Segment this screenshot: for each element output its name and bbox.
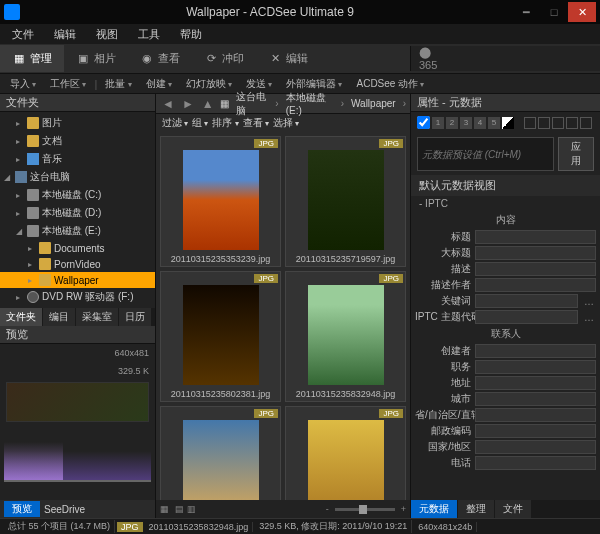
close-button[interactable]: ✕ xyxy=(568,2,596,22)
field-input[interactable] xyxy=(475,408,596,422)
thumbnail-item[interactable]: JPG20110315235802381.jpg xyxy=(160,271,281,402)
tool-acdsee-action[interactable]: ACDSee 动作 xyxy=(351,75,431,93)
right-panel-tabs: 元数据 整理 文件 xyxy=(411,500,600,518)
menu-help[interactable]: 帮助 xyxy=(172,25,210,44)
field-input[interactable] xyxy=(475,360,596,374)
tree-item[interactable]: ▸Wallpaper xyxy=(0,272,155,288)
tab-photo[interactable]: ▣相片 xyxy=(64,45,128,72)
rating-check[interactable] xyxy=(417,116,430,129)
color-label-2[interactable] xyxy=(538,117,550,129)
field-input[interactable] xyxy=(475,294,578,308)
tree-item[interactable]: ▸图片 xyxy=(0,114,155,132)
seedrive-label[interactable]: SeeDrive xyxy=(44,504,85,515)
field-input[interactable] xyxy=(475,424,596,438)
tab-365[interactable]: ⬤ 365 xyxy=(410,46,600,71)
tree-item[interactable]: ▸Documents xyxy=(0,240,155,256)
tool-external[interactable]: 外部编辑器 xyxy=(280,75,348,93)
tool-slideshow[interactable]: 幻灯放映 xyxy=(180,75,238,93)
tree-item[interactable]: ◢这台电脑 xyxy=(0,168,155,186)
metadata-preset-input[interactable] xyxy=(417,137,554,171)
tree-item[interactable]: ▸文档 xyxy=(0,132,155,150)
field-input[interactable] xyxy=(475,344,596,358)
crumb-folder[interactable]: Wallpaper xyxy=(348,98,399,109)
lefttab-collect[interactable]: 采集室 xyxy=(76,308,118,326)
filter-select[interactable]: 选择 xyxy=(273,116,299,130)
field-input[interactable] xyxy=(475,376,596,390)
rating-5[interactable]: 5 xyxy=(488,117,500,129)
crumb-drive[interactable]: 本地磁盘 (E:) xyxy=(283,91,337,116)
thumbnail-item[interactable]: JPG20110315235832948.jpg xyxy=(285,271,406,402)
thumb-filename: 20110315235802381.jpg xyxy=(169,387,273,401)
tree-item[interactable]: ▸本地磁盘 (D:) xyxy=(0,204,155,222)
tab-view[interactable]: ◉查看 xyxy=(128,45,192,72)
tree-item[interactable]: ▸本地磁盘 (C:) xyxy=(0,186,155,204)
menu-view[interactable]: 视图 xyxy=(88,25,126,44)
nav-fwd[interactable]: ► xyxy=(180,97,196,111)
field-label: 大标题 xyxy=(415,246,471,260)
filter-view[interactable]: 查看 xyxy=(243,116,269,130)
field-input[interactable] xyxy=(475,278,596,292)
tool-workspace[interactable]: 工作区 xyxy=(44,75,92,93)
field-input[interactable] xyxy=(475,310,578,324)
menu-tools[interactable]: 工具 xyxy=(130,25,168,44)
preview-button[interactable]: 预览 xyxy=(4,501,40,517)
zoom-in-icon[interactable]: + xyxy=(401,504,406,514)
filter-filter[interactable]: 过滤 xyxy=(162,116,188,130)
thumbnail-item[interactable]: JPG20110315235353239.jpg xyxy=(160,136,281,267)
thumbnail-item[interactable]: JPG20110315235719597.jpg xyxy=(285,136,406,267)
menu-file[interactable]: 文件 xyxy=(4,25,42,44)
tab-manage[interactable]: ▦管理 xyxy=(0,45,64,72)
iptc-section[interactable]: IPTC xyxy=(419,198,448,209)
apply-button[interactable]: 应用 xyxy=(558,137,594,171)
lefttab-calendar[interactable]: 日历 xyxy=(119,308,151,326)
field-input[interactable] xyxy=(475,262,596,276)
field-input[interactable] xyxy=(475,440,596,454)
tree-item[interactable]: ◢本地磁盘 (E:) xyxy=(0,222,155,240)
metadata-fields: 标题大标题描述描述作者关键词…IPTC 主题代码…联系人创建者职务地址城市省/自… xyxy=(411,229,600,500)
tool-create[interactable]: 创建 xyxy=(140,75,178,93)
thumbnail-item[interactable]: JPG xyxy=(285,406,406,500)
rating-4[interactable]: 4 xyxy=(474,117,486,129)
lefttab-catalog[interactable]: 编目 xyxy=(43,308,75,326)
filter-sort[interactable]: 排序 xyxy=(212,116,238,130)
rating-1[interactable]: 1 xyxy=(432,117,444,129)
filter-group[interactable]: 组 xyxy=(192,116,208,130)
rating-3[interactable]: 3 xyxy=(460,117,472,129)
view-icons[interactable]: ▤ ▥ xyxy=(175,504,196,514)
field-input[interactable] xyxy=(475,456,596,470)
righttab-metadata[interactable]: 元数据 xyxy=(411,500,457,518)
tool-batch[interactable]: 批量 xyxy=(99,75,137,93)
tree-item[interactable]: ▸音乐 xyxy=(0,150,155,168)
tab-edit[interactable]: ✕编辑 xyxy=(256,45,320,72)
menu-edit[interactable]: 编辑 xyxy=(46,25,84,44)
righttab-organize[interactable]: 整理 xyxy=(458,500,494,518)
righttab-file[interactable]: 文件 xyxy=(495,500,531,518)
field-input[interactable] xyxy=(475,246,596,260)
nav-back[interactable]: ◄ xyxy=(160,97,176,111)
tree-item[interactable]: ▸PornVideo xyxy=(0,256,155,272)
field-label: 描述作者 xyxy=(415,278,471,292)
thumb-slider[interactable] xyxy=(335,508,395,511)
minimize-button[interactable]: ━ xyxy=(512,2,540,22)
more-button[interactable]: … xyxy=(582,312,596,323)
tab-develop[interactable]: ⟳冲印 xyxy=(192,45,256,72)
rating-2[interactable]: 2 xyxy=(446,117,458,129)
color-label-1[interactable] xyxy=(524,117,536,129)
more-button[interactable]: … xyxy=(582,296,596,307)
field-input[interactable] xyxy=(475,230,596,244)
tool-import[interactable]: 导入 xyxy=(4,75,42,93)
color-label-3[interactable] xyxy=(552,117,564,129)
wrench-icon: ✕ xyxy=(268,52,282,66)
nav-up[interactable]: ▲ xyxy=(200,97,216,111)
zoom-out-icon[interactable]: - xyxy=(326,504,329,514)
maximize-button[interactable]: □ xyxy=(540,2,568,22)
tree-item[interactable]: ▸DVD RW 驱动器 (F:) xyxy=(0,288,155,306)
rating-diag[interactable] xyxy=(502,117,514,129)
layout-icon[interactable]: ▦ xyxy=(160,504,169,514)
color-label-5[interactable] xyxy=(580,117,592,129)
color-label-4[interactable] xyxy=(566,117,578,129)
thumbnail-item[interactable]: JPG xyxy=(160,406,281,500)
lefttab-folders[interactable]: 文件夹 xyxy=(0,308,42,326)
metadata-view-label[interactable]: 默认元数据视图 xyxy=(411,175,600,196)
field-input[interactable] xyxy=(475,392,596,406)
